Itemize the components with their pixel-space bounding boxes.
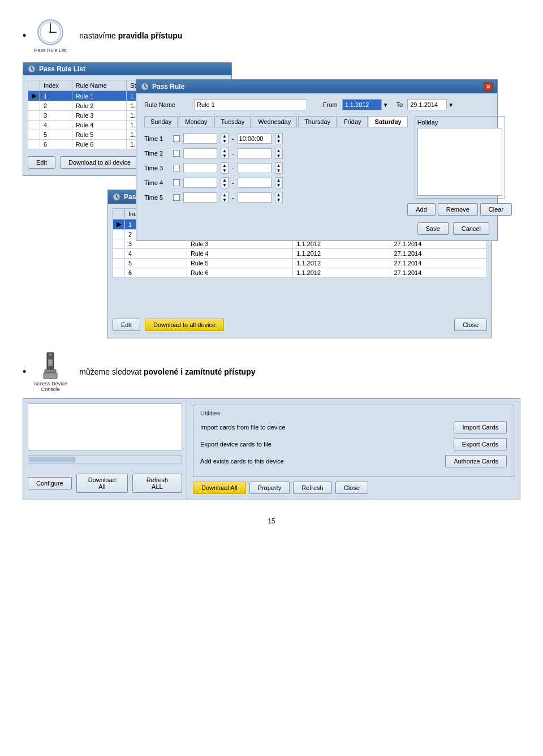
util-label-1: Import cards from file to device (200, 424, 454, 431)
time-row-5: Time 5 ▲▼ - ▲▼ (144, 192, 409, 203)
time-end-input-5[interactable] (238, 192, 272, 203)
row-index: 5 (125, 259, 187, 268)
row-index: 2 (40, 101, 72, 111)
row-rule: Rule 5 (187, 259, 292, 268)
window-titlebar-1: Pass Rule List (23, 63, 231, 75)
day-tuesday[interactable]: Tuesday (214, 116, 251, 127)
edit-button-2[interactable]: Edit (113, 319, 140, 331)
first-window-container: Pass Rule List Index Rule Name Start Dat… (23, 62, 520, 176)
row-rule: Rule 2 (72, 101, 127, 111)
row-arrow: ▶ (113, 220, 125, 230)
table-row[interactable]: 5 Rule 5 1.1.2012 27.1.2014 (113, 259, 487, 268)
day-saturday[interactable]: Saturday (369, 116, 408, 127)
time-end-spinner-4[interactable]: ▲▼ (275, 177, 283, 188)
row-rule: Rule 4 (72, 121, 127, 130)
configure-button[interactable]: Configure (28, 477, 72, 489)
time-start-spinner-5[interactable]: ▲▼ (221, 192, 229, 203)
time-start-spinner-2[interactable]: ▲▼ (221, 148, 229, 159)
close-right-button[interactable]: Close (335, 482, 368, 494)
cancel-btn[interactable]: Cancel (453, 222, 489, 235)
time-start-input-4[interactable] (183, 178, 217, 188)
dialog-titlebar: Pass Rule ✕ (136, 80, 497, 93)
time-end-input-3[interactable] (238, 163, 272, 173)
to-date-input[interactable] (407, 99, 447, 110)
remove-holiday-btn[interactable]: Remove (438, 203, 478, 216)
download-all-left-button[interactable]: Download All (76, 474, 128, 493)
time-end-input-1[interactable] (238, 134, 272, 144)
bullet-prefix-2: můžeme sledovat (79, 367, 144, 376)
row-arrow (28, 121, 40, 130)
time-dash-2: - (232, 150, 234, 157)
rule-name-label: Rule Name (144, 101, 189, 108)
download-all-button-1[interactable]: Download to all device (60, 156, 139, 169)
window-title-1: Pass Rule List (39, 65, 85, 73)
pass-rule-dialog: Pass Rule ✕ Rule Name From ▼ To ▼ (136, 79, 498, 241)
property-button[interactable]: Property (249, 482, 290, 494)
dialog-close-btn[interactable]: ✕ (484, 82, 493, 91)
day-sunday[interactable]: Sunday (144, 116, 178, 127)
time-start-input-3[interactable] (183, 163, 217, 173)
time-end-input-2[interactable] (238, 148, 272, 158)
row-arrow (113, 259, 125, 268)
bullet-dot-1: • (23, 30, 26, 42)
edit-button-1[interactable]: Edit (28, 156, 55, 169)
day-wednesday[interactable]: Wednesday (252, 116, 297, 127)
row-index: 4 (125, 249, 187, 259)
add-holiday-btn[interactable]: Add (407, 203, 436, 216)
from-dropdown-arrow[interactable]: ▼ (383, 102, 389, 108)
refresh-button[interactable]: Refresh (293, 482, 332, 494)
time-checkbox-3[interactable] (173, 165, 180, 171)
holiday-section: Holiday Add Remove Clear (415, 116, 505, 216)
refresh-all-button[interactable]: Refresh ALL (132, 474, 182, 493)
row-arrow (28, 101, 40, 111)
close-button-2[interactable]: Close (454, 319, 487, 331)
row-rule: Rule 1 (72, 91, 127, 101)
time-end-input-4[interactable] (238, 178, 272, 188)
row-arrow (113, 239, 125, 249)
time-checkbox-4[interactable] (173, 179, 180, 186)
time-checkbox-5[interactable] (173, 194, 180, 201)
time-start-input-2[interactable] (183, 148, 217, 158)
device-list-scroll-area[interactable] (28, 403, 182, 451)
to-dropdown-arrow[interactable]: ▼ (448, 102, 454, 108)
time-start-spinner-4[interactable]: ▲▼ (221, 177, 229, 188)
horizontal-scrollbar[interactable] (28, 456, 182, 463)
time-checkbox-2[interactable] (173, 150, 180, 157)
table-row[interactable]: 6 Rule 6 1.1.2012 27.1.2014 (113, 268, 487, 278)
page-num-text: 15 (268, 517, 275, 525)
util-btn-3[interactable]: Authorize Cards (445, 455, 507, 467)
empty-space-2 (113, 278, 487, 312)
table-row[interactable]: 4 Rule 4 1.1.2012 27.1.2014 (113, 249, 487, 259)
save-btn[interactable]: Save (417, 222, 449, 235)
time-end-spinner-1[interactable]: ▲▼ (275, 133, 283, 144)
time-dash-4: - (232, 179, 234, 186)
time-end-spinner-2[interactable]: ▲▼ (275, 148, 283, 159)
day-thursday[interactable]: Thursday (298, 116, 337, 127)
day-monday[interactable]: Monday (179, 116, 213, 127)
from-date-input[interactable] (342, 99, 382, 110)
util-btn-1[interactable]: Import Cards (454, 421, 507, 433)
holiday-label: Holiday (417, 119, 502, 126)
time-start-spinner-3[interactable]: ▲▼ (221, 162, 229, 174)
svg-rect-21 (44, 373, 57, 379)
time-start-input-1[interactable] (183, 134, 217, 144)
time-end-spinner-3[interactable]: ▲▼ (275, 162, 283, 174)
svg-rect-16 (49, 360, 52, 361)
row-end: 27.1.2014 (390, 249, 487, 259)
holiday-box[interactable] (417, 128, 502, 196)
row-rule: Rule 3 (72, 111, 127, 121)
time-start-input-5[interactable] (183, 192, 217, 203)
download-all-right-button[interactable]: Download All (193, 482, 246, 494)
scrollbar-thumb[interactable] (29, 457, 75, 462)
download-all-button-2[interactable]: Download to all device (145, 319, 224, 331)
rule-name-input[interactable] (194, 99, 307, 110)
row-arrow (28, 130, 40, 140)
clear-holiday-btn[interactable]: Clear (480, 203, 512, 216)
time-end-spinner-5[interactable]: ▲▼ (275, 192, 283, 203)
time-start-spinner-1[interactable]: ▲▼ (221, 133, 229, 144)
time-checkbox-1[interactable] (173, 135, 180, 142)
dialog-icon (141, 83, 149, 91)
day-friday[interactable]: Friday (338, 116, 368, 127)
util-btn-2[interactable]: Export Cards (454, 438, 507, 450)
th-index (28, 80, 40, 91)
